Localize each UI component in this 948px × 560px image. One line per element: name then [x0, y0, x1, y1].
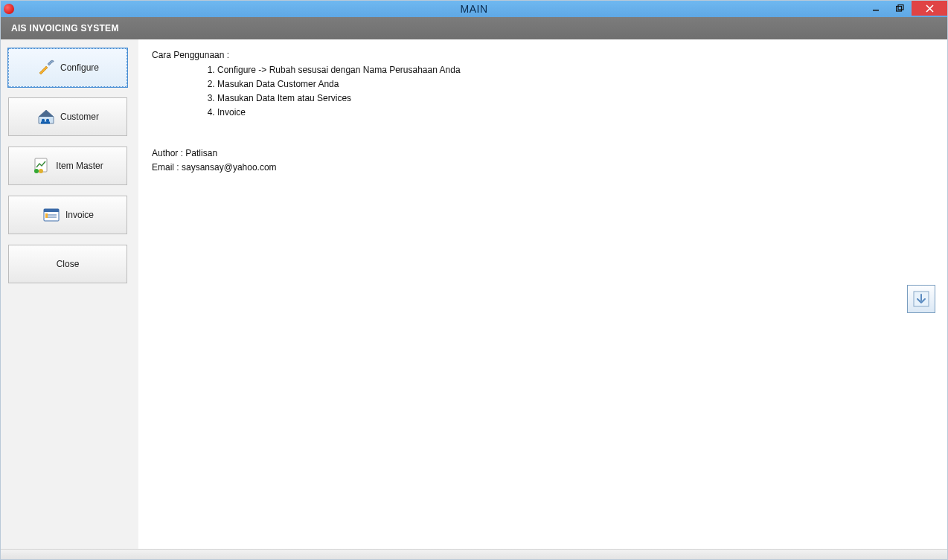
close-icon [926, 4, 934, 13]
document-chart-icon [32, 157, 51, 175]
invoice-label: Invoice [65, 210, 94, 220]
usage-steps: Configure -> Rubah sesusai dengan Nama P… [217, 63, 934, 120]
email-label: Email : [152, 162, 182, 173]
email-line: Email : saysansay@yahoo.com [152, 161, 934, 175]
svg-rect-10 [44, 209, 59, 212]
close-window-button[interactable] [912, 1, 947, 16]
usage-heading: Cara Penggunaan : [152, 50, 934, 60]
svg-rect-2 [898, 5, 903, 10]
svg-rect-1 [896, 7, 901, 12]
email-value: saysansay@yahoo.com [182, 162, 277, 173]
customer-button[interactable]: Customer [8, 97, 127, 136]
close-label: Close [57, 259, 80, 269]
content-panel: Cara Penggunaan : Configure -> Rubah ses… [138, 39, 947, 549]
maximize-icon [896, 4, 904, 12]
configure-button[interactable]: Configure [8, 48, 127, 87]
configure-label: Configure [60, 62, 99, 73]
usage-step: Configure -> Rubah sesusai dengan Nama P… [217, 63, 934, 77]
author-label: Author : [152, 148, 185, 158]
minimize-button[interactable] [864, 1, 888, 16]
usage-step: Masukan Data Customer Anda [217, 77, 934, 91]
ribbon-bar: AIS INVOICING SYSTEM [1, 17, 947, 39]
svg-rect-13 [45, 213, 48, 218]
sidebar: Configure Customer [1, 39, 138, 549]
invoice-button[interactable]: Invoice [8, 196, 127, 234]
main-window: MAIN AIS INVOICING SYSTEM [0, 0, 948, 560]
customer-label: Customer [60, 112, 99, 122]
author-name: Patlisan [185, 148, 217, 158]
meta-info: Author : Patlisan Email : saysansay@yaho… [152, 147, 934, 175]
titlebar: MAIN [1, 1, 947, 17]
author-line: Author : Patlisan [152, 147, 934, 161]
status-bar [1, 549, 947, 559]
maximize-button[interactable] [888, 1, 912, 16]
house-people-icon [36, 108, 56, 126]
form-icon [42, 206, 61, 224]
minimize-icon [872, 4, 880, 12]
svg-rect-5 [41, 122, 50, 124]
window-controls [864, 1, 947, 17]
svg-rect-0 [873, 10, 879, 11]
usage-step: Invoice [217, 106, 934, 120]
close-button[interactable]: Close [8, 245, 127, 283]
brand-label: AIS INVOICING SYSTEM [11, 23, 119, 33]
arrow-down-icon [913, 291, 929, 307]
svg-point-8 [39, 169, 43, 173]
window-title: MAIN [1, 3, 947, 15]
svg-point-7 [34, 169, 39, 173]
tools-icon [36, 59, 56, 77]
body-area: Configure Customer [1, 39, 947, 549]
item-master-label: Item Master [56, 161, 103, 171]
usage-step: Masukan Data Item atau Services [217, 91, 934, 106]
item-master-button[interactable]: Item Master [8, 147, 127, 185]
download-button[interactable] [907, 285, 935, 313]
